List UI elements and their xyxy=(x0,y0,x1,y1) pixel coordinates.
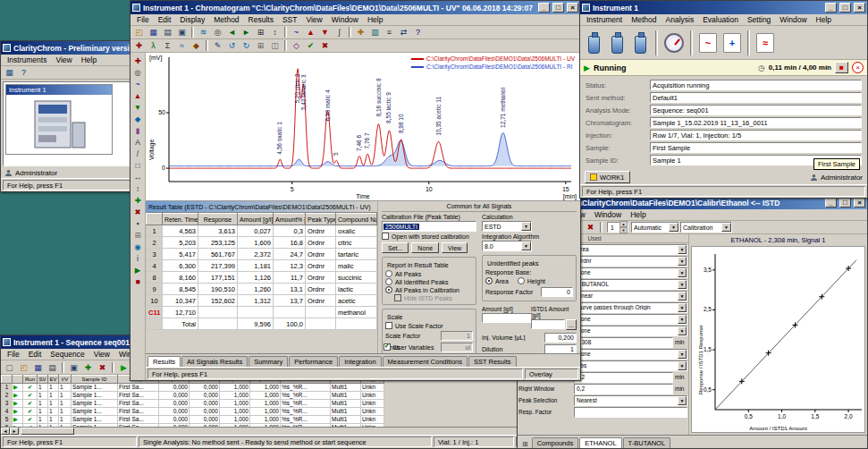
single-analysis-icon[interactable] xyxy=(588,36,600,54)
zoom-tool-icon[interactable]: ◎ xyxy=(131,66,144,78)
label-tool-icon[interactable]: A xyxy=(131,136,144,148)
select-tool-icon[interactable]: ✚ xyxy=(131,55,144,66)
radio-all-peaks[interactable]: All Peaks xyxy=(385,270,473,277)
menu-method[interactable]: Method xyxy=(209,15,243,24)
dropdown-arrow-icon[interactable]: ▼ xyxy=(678,245,687,254)
clear-calibration-icon[interactable]: ✖ xyxy=(584,222,597,233)
result-row[interactable]: 46,300217,3991,18112,3Ordnrmalic xyxy=(147,260,377,272)
menu-help[interactable]: Help xyxy=(363,15,387,24)
dropdown-arrow-icon[interactable]: ▼ xyxy=(678,350,687,359)
dropdown-arrow-icon[interactable]: ▼ xyxy=(521,241,531,250)
tab-ethanol[interactable]: ETHANOL xyxy=(579,437,621,448)
grid-snap-icon[interactable]: ⊞ xyxy=(131,229,144,241)
sum-icon[interactable]: Σ xyxy=(161,40,174,52)
result-row[interactable]: 25,203253,1251,60916,8Ordnrcitric xyxy=(147,237,377,249)
menu-edit[interactable]: Edit xyxy=(154,15,176,24)
previous-zoom-icon[interactable]: ◄ xyxy=(225,27,239,38)
integration-algorithm-dropdown[interactable]: 8.0▼ xyxy=(482,241,532,251)
menu-window[interactable]: Window xyxy=(775,15,811,24)
param-value[interactable]: Ordnr▼ xyxy=(574,256,687,267)
dropdown-arrow-icon[interactable]: ▼ xyxy=(678,257,687,266)
maximize-button[interactable]: □ xyxy=(839,198,851,208)
sequence-row[interactable]: 4▶✔111Sample 1...First Sa...0,0000,0001,… xyxy=(2,408,384,416)
help-icon[interactable]: ? xyxy=(411,27,425,38)
dropdown-arrow-icon[interactable]: ▼ xyxy=(678,396,687,405)
result-row[interactable]: 35,417561,7672,37224,7Ordnrtartaric xyxy=(147,249,377,260)
calibration-icon[interactable]: ✚ xyxy=(354,27,367,38)
param-value[interactable]: 0,2 xyxy=(574,372,673,383)
spin-up-icon[interactable]: ▲ xyxy=(619,221,628,227)
calibration-window-icon[interactable]: + xyxy=(723,33,741,53)
sequence-row[interactable]: 5▶✔111Sample 1...First Sa...0,0000,0001,… xyxy=(2,416,384,424)
tab-performance[interactable]: Performance xyxy=(289,356,338,367)
horizontal-scrollbar[interactable]: ◄ ► xyxy=(1,427,580,435)
maximize-button[interactable]: □ xyxy=(839,3,851,13)
check-user-variables[interactable]: User Variables xyxy=(383,343,575,351)
param-value[interactable] xyxy=(574,407,687,418)
result-row[interactable]: 88,160177,1511,12611,7Ordnrsuccinic xyxy=(147,272,377,284)
radio-all-peaks-in-calibration[interactable]: All Peaks in Calibration xyxy=(385,286,473,293)
device-monitor-icon[interactable] xyxy=(664,33,684,53)
minimize-button[interactable]: _ xyxy=(825,198,837,208)
open-sequence-icon[interactable]: ◰ xyxy=(17,361,30,373)
menu-help[interactable]: Help xyxy=(812,15,836,24)
close-button[interactable]: × xyxy=(567,3,578,13)
help-icon[interactable]: ? xyxy=(17,67,30,79)
chromatogram-window-icon[interactable]: ~ xyxy=(699,33,717,53)
param-value[interactable]: None▼ xyxy=(574,267,687,278)
tab-compounds[interactable]: Compounds xyxy=(532,437,578,448)
instruments-icon[interactable]: ▦ xyxy=(3,67,16,79)
tile-icon[interactable]: ◫ xyxy=(268,40,282,52)
param-value[interactable]: T-BUTANOL▼ xyxy=(574,279,687,290)
stop-button[interactable]: ■ xyxy=(835,62,848,73)
apply-icon[interactable]: ✔ xyxy=(304,40,317,52)
result-table-icon[interactable]: ▥ xyxy=(368,27,382,38)
save-sequence-icon[interactable]: ▦ xyxy=(31,361,45,373)
auto-scale-icon[interactable]: ↕ xyxy=(268,27,282,38)
param-value[interactable]: Area▼ xyxy=(574,244,687,255)
param-value[interactable]: None▼ xyxy=(574,314,687,325)
radio-all-identified-peaks[interactable]: All Identified Peaks xyxy=(385,278,473,285)
sequence-run-icon[interactable] xyxy=(611,36,623,54)
peak-end-icon[interactable]: ▼ xyxy=(318,27,332,38)
minimize-button[interactable]: _ xyxy=(825,3,837,13)
integration-icon[interactable]: ∫ xyxy=(333,27,346,38)
calibration-plot[interactable]: 0,51,01,52,00,51,52,53,5 Response / ISTD… xyxy=(691,246,865,433)
scroll-left-icon[interactable]: ◄ xyxy=(1,428,10,435)
data-acquisition-icon[interactable]: ≈ xyxy=(756,33,774,53)
annotate-icon[interactable]: ✎ xyxy=(211,40,224,52)
delete-peak-icon[interactable]: ✖ xyxy=(131,206,144,217)
menu-window[interactable]: Window xyxy=(590,210,626,219)
dropdown-arrow-icon[interactable]: ▼ xyxy=(678,315,687,324)
menu-instrument[interactable]: Instrument xyxy=(582,15,627,24)
dropdown-arrow-icon[interactable]: ▼ xyxy=(678,326,687,335)
scale-factor-field[interactable]: 1 xyxy=(441,331,473,341)
menu-help[interactable]: Help xyxy=(77,55,101,64)
dropdown-arrow-icon[interactable]: ▼ xyxy=(721,223,731,232)
method-icon[interactable]: ≡ xyxy=(383,27,396,38)
smooth-icon[interactable]: ≈ xyxy=(175,40,189,52)
param-value[interactable]: 0,2 xyxy=(574,384,673,394)
print-icon[interactable]: ▤ xyxy=(161,27,174,38)
wavelength-icon[interactable]: λ xyxy=(147,40,160,52)
istd-amount-field[interactable] xyxy=(531,319,565,329)
save-chromatogram-icon[interactable]: ▦ xyxy=(147,27,160,38)
menu-file[interactable]: File xyxy=(132,15,154,24)
close-button[interactable]: × xyxy=(854,198,865,208)
redo-icon[interactable]: ↻ xyxy=(240,40,253,52)
dropdown-arrow-icon[interactable]: ▼ xyxy=(678,292,687,301)
menu-setting[interactable]: Setting xyxy=(743,15,775,24)
param-value[interactable]: None▼ xyxy=(574,326,687,336)
chromatogram-plot[interactable]: 510150504,56 oxalic 15,20 citric 25,42 t… xyxy=(146,53,580,201)
close-button[interactable]: × xyxy=(854,3,865,13)
menu-edit[interactable]: Edit xyxy=(24,350,46,359)
menu-window[interactable]: Window xyxy=(327,15,363,24)
result-row[interactable]: 1010,347152,6021,31213,7Ordnracetic xyxy=(147,295,377,307)
dropdown-arrow-icon[interactable]: ▼ xyxy=(678,361,687,370)
param-value[interactable]: Nearest▼ xyxy=(574,395,687,406)
param-value[interactable]: None▼ xyxy=(574,349,687,360)
split-peak-tool-icon[interactable]: ◆ xyxy=(131,113,144,124)
param-value[interactable]: Linear▼ xyxy=(574,291,687,301)
grid-icon[interactable]: ⊞ xyxy=(254,40,267,52)
radio-height[interactable]: Height xyxy=(518,277,545,284)
